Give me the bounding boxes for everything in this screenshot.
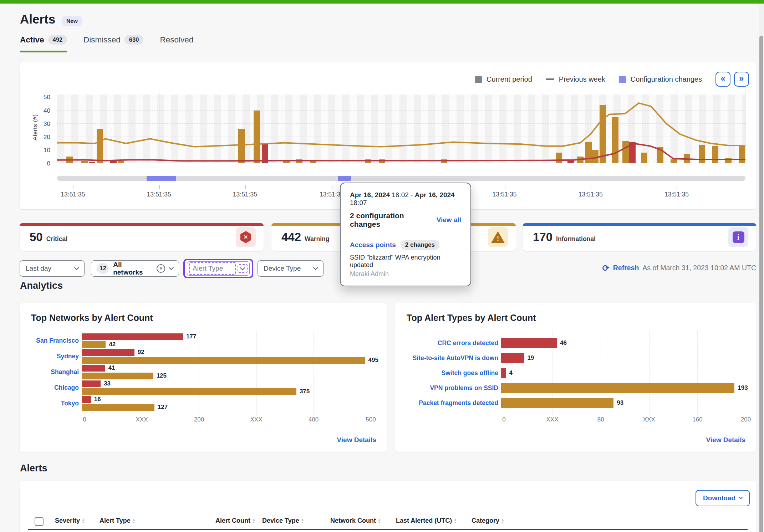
tab-dismissed[interactable]: Dismissed 630 [83,35,143,45]
tooltip-end-date: Apr 16, 2024 [415,191,455,199]
access-points-link[interactable]: Access points [350,241,396,249]
scrollbar-thumb[interactable] [759,36,763,532]
x-tick-mark [245,185,246,189]
value-label: 19 [527,354,534,362]
networks-filter[interactable]: 12 All networks ✕ [91,260,179,277]
bar-pair: 375 [82,388,381,395]
bar-group: 16127 [82,396,381,411]
info-i-icon: i [733,231,744,243]
warning-triangle-icon: ! [491,231,505,243]
x-axis-label: 160 [683,416,712,423]
alert-type-chevron-box[interactable] [238,264,248,273]
column-header-network-count[interactable]: Network Count▴▾ [330,517,380,525]
change-author: Meraki Admin [350,270,461,278]
critical-summary-card[interactable]: 50 Critical ✕ [20,223,264,251]
alert-type-link[interactable]: CRC errors detected [402,339,501,347]
select-all-checkbox[interactable] [35,517,44,526]
critical-label: Critical [46,235,67,243]
chart-row: San Francisco17742 [27,333,381,348]
timeline-scrubber[interactable] [57,176,745,181]
network-link[interactable]: San Francisco [27,337,82,344]
alert-type-placeholder: Alert Type [189,262,236,275]
legend-dash-swatch [546,78,554,80]
sort-desc-icon: ▾ [82,521,84,524]
chart-row: Switch goes offline4 [402,365,750,380]
value-label: 4 [509,369,513,377]
sort-icon[interactable]: ▴▾ [82,518,84,524]
chevron-down-icon [169,265,174,270]
x-axis-label: XXX [635,416,663,423]
network-link[interactable]: Chicago [27,384,82,392]
sort-desc-icon: ▾ [378,521,380,524]
alert-type-link[interactable]: Switch goes offline [402,369,501,377]
sort-icon[interactable]: ▴▾ [253,518,255,524]
sort-icon[interactable]: ▴▾ [454,518,456,524]
config-change-segment[interactable] [338,176,351,181]
scrollbar-track[interactable] [759,4,764,532]
alert-type-link[interactable]: VPN problems on SSID [402,384,501,392]
bar-pair: 92 [82,349,381,356]
x-tick-mark [505,185,505,189]
sort-icon[interactable]: ▴▾ [378,518,380,524]
value-label: 375 [300,388,310,395]
tab-active[interactable]: Active 492 [20,35,67,45]
chart-row: Shanghai41125 [27,364,381,380]
bar-group: 92495 [82,349,381,364]
column-header-label: Network Count [330,517,376,525]
y-tick-label: 30 [30,121,50,128]
column-header-label: Severity [55,517,80,525]
bar-pair: 41 [82,365,381,372]
active-tab-underline [20,51,67,52]
column-header-category[interactable]: Category▴▾ [472,517,504,525]
tab-resolved[interactable]: Resolved [160,35,193,45]
network-link[interactable]: Shanghai [27,368,82,376]
column-header-alert-type[interactable]: Alert Type▴▾ [100,517,134,525]
bar-pair: 46 [501,338,750,348]
sort-desc-icon: ▾ [502,521,504,524]
device-type-filter[interactable]: Device Type [258,260,324,277]
chevron-down-icon [739,495,743,499]
column-header-device-type[interactable]: Device Type▴▾ [262,517,304,525]
chart-row: CRC errors detected46 [402,336,750,351]
column-header-label: Last Alerted (UTC) [396,517,452,525]
config-change-segment[interactable] [147,176,176,181]
refresh-button[interactable]: Refresh [613,264,639,272]
sort-icon[interactable]: ▴▾ [302,518,304,524]
column-header-last-alerted-utc-[interactable]: Last Alerted (UTC)▴▾ [396,517,456,525]
column-header-alert-count[interactable]: Alert Count▴▾ [215,517,255,525]
sort-icon[interactable]: ▴▾ [502,518,504,524]
network-link[interactable]: Sydney [27,353,82,360]
sort-icon[interactable]: ▴▾ [133,518,135,524]
tab-dismissed-label: Dismissed [83,35,121,45]
time-range-filter[interactable]: Last day [20,260,85,277]
alert-type-link[interactable]: Site-to-site AutoVPN is down [402,354,501,362]
time-range-value: Last day [26,265,51,272]
chart-row: Tokyo16127 [27,395,381,411]
alert-type-link[interactable]: Packet fragments detected [402,399,501,407]
column-header-severity[interactable]: Severity▴▾ [55,517,84,525]
download-button[interactable]: Download [696,490,750,506]
tooltip-end-time: 18:07 [350,199,367,206]
value-label: 46 [560,339,567,347]
x-axis-label: 200 [732,416,760,423]
clear-networks-icon[interactable]: ✕ [157,264,165,273]
value-label: 16 [94,396,101,403]
x-tick-mark [332,185,332,189]
networks-view-details-link[interactable]: View Details [337,436,376,444]
chart-next-button[interactable]: » [734,72,749,87]
view-all-link[interactable]: View all [437,216,461,224]
legend-item: Current period [475,75,532,83]
value-label: 193 [738,384,748,392]
informational-summary-card[interactable]: 170 Informational i [523,223,756,251]
tooltip-separator: - [411,191,413,199]
tab-active-count: 492 [48,35,67,45]
chart-prev-button[interactable]: « [715,72,730,87]
refresh-icon: ⟳ [602,265,610,272]
critical-bar [501,368,506,378]
alert-types-view-details-link[interactable]: View Details [706,436,745,444]
legend-label: Previous week [559,75,605,83]
column-header-label: Category [472,517,499,525]
alert-type-filter[interactable]: Alert Type [187,261,250,276]
critical-bar [501,338,557,348]
network-link[interactable]: Tokyo [27,400,82,407]
